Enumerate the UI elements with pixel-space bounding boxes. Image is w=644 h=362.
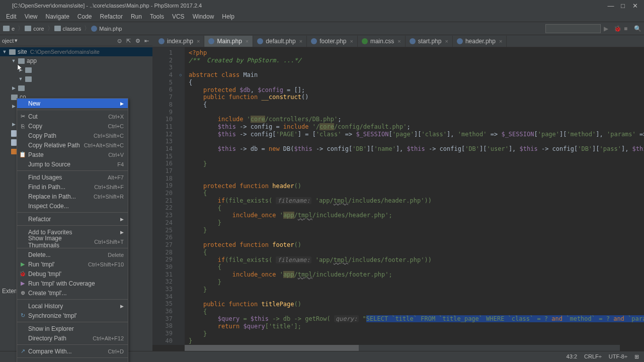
menu-tools[interactable]: Tools: [146, 12, 168, 21]
breadcrumb-item[interactable]: classes: [54, 26, 82, 32]
settings-icon[interactable]: ⚙: [135, 38, 141, 44]
context-menu-item[interactable]: 📋PasteCtrl+V: [17, 150, 128, 159]
folder-icon: [25, 76, 32, 82]
menu-item-icon: ↗: [19, 348, 26, 355]
file-type-icon: [362, 38, 368, 44]
context-menu-item[interactable]: ↻Synchronize 'tmpl': [17, 311, 128, 320]
menu-item-icon: ⊕: [19, 290, 26, 297]
context-menu-item[interactable]: New▶: [17, 99, 128, 108]
run-icon[interactable]: ▶: [604, 25, 611, 32]
file-type-icon: [208, 38, 214, 44]
collapse-all-icon[interactable]: ⇱: [126, 38, 132, 44]
file-type-icon: [257, 38, 263, 44]
horizontal-scrollbar[interactable]: [185, 345, 620, 351]
menu-item-icon: ⎘: [19, 123, 26, 130]
menu-run[interactable]: Run: [127, 12, 146, 21]
context-menu-item[interactable]: 🐞Debug 'tmpl': [17, 269, 128, 279]
context-menu-item[interactable]: Local History▶: [17, 301, 128, 311]
context-menu-item[interactable]: Copy Relative PathCtrl+Alt+Shift+C: [17, 140, 128, 150]
file-encoding[interactable]: UTF-8÷: [609, 353, 627, 360]
tree-item[interactable]: ▼: [0, 74, 152, 83]
insert-indicator[interactable]: ⊞: [634, 353, 639, 360]
context-menu-item[interactable]: Show in Explorer: [17, 324, 128, 333]
context-menu-item[interactable]: Mark Directory as▶: [17, 359, 128, 362]
close-button[interactable]: ✕: [629, 2, 641, 10]
editor-tab[interactable]: footer.php×: [307, 36, 358, 47]
stop-icon[interactable]: ■: [624, 25, 631, 32]
menu-window[interactable]: Window: [189, 12, 218, 21]
caret-position[interactable]: 43:2: [567, 353, 577, 360]
file-type-icon: [311, 38, 317, 44]
context-menu-item[interactable]: Jump to SourceF4: [17, 159, 128, 169]
context-menu-item[interactable]: Delete...Delete: [17, 250, 128, 259]
context-menu-item[interactable]: Replace in Path...Ctrl+Shift+R: [17, 192, 128, 201]
editor-tab[interactable]: header.php×: [453, 36, 507, 47]
context-menu-item[interactable]: Directory PathCtrl+Alt+F12: [17, 333, 128, 343]
context-menu: New▶✂CutCtrl+X⎘CopyCtrl+CCopy PathCtrl+S…: [17, 98, 128, 362]
file-type-icon: [410, 38, 416, 44]
gutter-icons: ○: [177, 47, 185, 345]
editor-tab[interactable]: index.php×: [154, 36, 204, 47]
close-tab-icon[interactable]: ×: [397, 38, 400, 44]
close-tab-icon[interactable]: ×: [350, 38, 353, 44]
menu-edit[interactable]: Edit: [2, 12, 21, 21]
context-menu-item[interactable]: Find UsagesAlt+F7: [17, 172, 128, 182]
search-icon[interactable]: 🔍: [634, 25, 641, 32]
hide-icon[interactable]: ⇤: [144, 38, 150, 44]
close-tab-icon[interactable]: ×: [299, 38, 302, 44]
menubar: EditViewNavigateCodeRefactorRunToolsVCSW…: [0, 11, 644, 22]
line-separator[interactable]: CRLF÷: [584, 353, 602, 360]
menu-view[interactable]: View: [21, 12, 42, 21]
context-menu-item[interactable]: Find in Path...Ctrl+Shift+F: [17, 182, 128, 192]
breadcrumb-item[interactable]: Main.php: [91, 26, 122, 32]
context-menu-item[interactable]: Show Image ThumbnailsCtrl+Shift+T: [17, 237, 128, 246]
menu-item-icon: 🐞: [19, 270, 26, 278]
menu-code[interactable]: Code: [73, 12, 96, 21]
project-header-label: oject: [2, 38, 14, 44]
context-menu-item[interactable]: ✂CutCtrl+X: [17, 112, 128, 121]
minimize-button[interactable]: —: [605, 2, 617, 10]
folder-icon: [54, 26, 61, 31]
menu-vcs[interactable]: VCS: [168, 12, 189, 21]
context-menu-item[interactable]: ⊕Create 'tmpl'...: [17, 288, 128, 298]
context-menu-item[interactable]: Copy PathCtrl+Shift+C: [17, 131, 128, 140]
submenu-arrow-icon: ▶: [120, 217, 124, 222]
context-menu-item[interactable]: ▶Run 'tmpl' with Coverage: [17, 279, 128, 288]
breadcrumb-item[interactable]: core: [25, 26, 44, 32]
file-type-icon: [457, 38, 463, 44]
context-menu-item[interactable]: ▶Run 'tmpl'Ctrl+Shift+F10: [17, 259, 128, 269]
maximize-button[interactable]: □: [617, 2, 629, 10]
submenu-arrow-icon: ▶: [120, 230, 124, 235]
context-menu-item[interactable]: Refactor▶: [17, 214, 128, 224]
breadcrumb-item[interactable]: e: [3, 26, 15, 32]
menu-item-icon: ↻: [19, 312, 26, 319]
scroll-to-source-icon[interactable]: ⊙: [117, 38, 123, 44]
debug-icon[interactable]: 🐞: [614, 25, 621, 32]
context-menu-item[interactable]: ↗Compare With...Ctrl+D: [17, 346, 128, 356]
editor-tab[interactable]: start.php×: [406, 36, 453, 47]
close-tab-icon[interactable]: ×: [246, 38, 249, 44]
folder-icon: [25, 67, 32, 73]
context-menu-item[interactable]: Inspect Code...: [17, 201, 128, 211]
menu-refactor[interactable]: Refactor: [96, 12, 127, 21]
tree-item[interactable]: ▼app: [0, 56, 152, 65]
close-tab-icon[interactable]: ×: [445, 38, 448, 44]
menu-navigate[interactable]: Navigate: [41, 12, 73, 21]
navigation-bar: e〉core〉classes〉Main.php ▶ 🐞 ■ 🔍: [0, 22, 644, 35]
project-view-dropdown[interactable]: ▾: [15, 37, 18, 44]
editor-tab[interactable]: main.css×: [358, 36, 406, 47]
close-tab-icon[interactable]: ×: [499, 38, 502, 44]
run-config-dropdown[interactable]: [545, 24, 601, 33]
menu-item-icon: ▶: [19, 261, 26, 268]
tree-item[interactable]: ▶: [0, 65, 152, 74]
tree-root[interactable]: ▼ site C:\OpenServer\domains\site: [0, 47, 152, 56]
context-menu-item[interactable]: ⎘CopyCtrl+C: [17, 121, 128, 131]
code-editor[interactable]: <?php /** Created by PhpStorm. ...*/ abs…: [185, 47, 644, 345]
editor-tab[interactable]: default.php×: [253, 36, 307, 47]
tree-item[interactable]: ▶: [0, 83, 152, 93]
folder-icon: [3, 26, 10, 31]
folder-icon: [18, 58, 25, 64]
menu-help[interactable]: Help: [218, 12, 238, 21]
editor-tab[interactable]: Main.php×: [204, 36, 253, 47]
close-tab-icon[interactable]: ×: [197, 38, 200, 44]
